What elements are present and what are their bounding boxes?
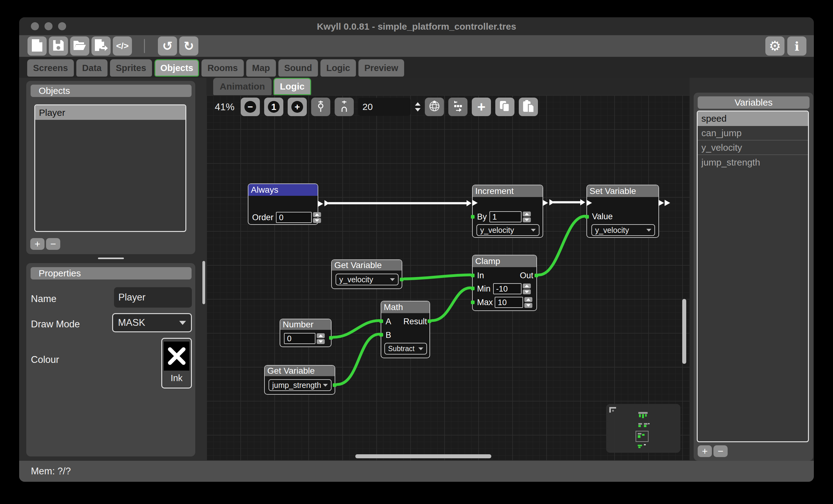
in-port[interactable] [471, 274, 475, 277]
result-port[interactable] [428, 319, 431, 323]
add-variable-button[interactable]: + [698, 445, 712, 457]
name-field[interactable]: Player [114, 287, 192, 308]
object-list-item[interactable]: Player [35, 105, 185, 120]
increment-variable-select[interactable]: y_velocity [476, 224, 540, 236]
zoom-reset-button[interactable]: 1 [264, 98, 283, 116]
order-input[interactable]: 0 [276, 212, 312, 223]
auto-arrange-button[interactable] [448, 98, 468, 116]
node-always-title: Always [248, 184, 318, 196]
duplicate-button[interactable] [495, 98, 515, 116]
number-input[interactable]: 0 [284, 333, 315, 344]
math-operation-select[interactable]: Subtract [384, 343, 427, 355]
tab-rooms[interactable]: Rooms [201, 59, 243, 77]
add-object-button[interactable]: + [30, 238, 45, 250]
zoom-level: 41% [215, 101, 235, 113]
zoom-out-button[interactable]: − [241, 98, 260, 116]
variable-list-item[interactable]: speed [698, 111, 808, 126]
min-input[interactable]: -10 [493, 283, 522, 294]
tab-map[interactable]: Map [246, 59, 276, 77]
code-editor-button[interactable]: </> [113, 36, 132, 56]
a-port[interactable] [379, 319, 383, 323]
tab-sprites[interactable]: Sprites [110, 59, 152, 77]
node-increment[interactable]: Increment By 1 y_velocity [472, 185, 543, 238]
export-button[interactable] [92, 36, 111, 56]
save-button[interactable] [49, 36, 68, 56]
draw-mode-select[interactable]: MASK [112, 313, 192, 332]
get-variable-1-select[interactable]: y_velocity [336, 274, 399, 285]
variable-list-item[interactable]: jump_strength [698, 155, 808, 170]
node-get-variable-2-title: Get Variable [265, 366, 335, 376]
exec-in-port[interactable] [587, 200, 592, 206]
variable-list-item[interactable]: can_jump [698, 126, 808, 141]
minimap[interactable] [606, 404, 681, 453]
snap-grid-button[interactable] [311, 98, 330, 116]
remove-object-button[interactable]: − [46, 238, 60, 250]
tab-objects[interactable]: Objects [154, 59, 199, 77]
grid-3d-icon [428, 100, 441, 114]
node-set-variable[interactable]: Set Variable Value y_velocity [587, 185, 659, 238]
open-file-button[interactable] [70, 36, 89, 56]
tab-screens[interactable]: Screens [27, 59, 74, 77]
by-input[interactable]: 1 [490, 211, 522, 222]
node-clamp[interactable]: Clamp In Out Min -10 Max [472, 255, 537, 311]
subtab-animation[interactable]: Animation [213, 78, 271, 95]
by-label: By [477, 212, 487, 222]
grid-size-input[interactable]: 20 [358, 98, 411, 116]
tab-preview[interactable]: Preview [358, 59, 404, 77]
zoom-in-button[interactable]: + [288, 98, 307, 116]
value-output-port[interactable] [333, 383, 336, 387]
paste-icon [522, 99, 534, 114]
b-port[interactable] [379, 333, 383, 336]
grid-size-stepper[interactable] [415, 102, 421, 111]
objects-panel: Objects Player + − [26, 81, 195, 254]
set-variable-select[interactable]: y_velocity [591, 224, 655, 236]
min-port[interactable] [471, 286, 475, 290]
tab-logic[interactable]: Logic [320, 59, 356, 77]
vertical-scrollbar[interactable] [682, 299, 686, 364]
colour-swatch[interactable]: Ink [161, 338, 192, 388]
node-get-variable-1[interactable]: Get Variable y_velocity [331, 259, 402, 289]
node-math[interactable]: Math A Result B Subtract [381, 301, 430, 358]
value-output-port[interactable] [329, 336, 333, 340]
remove-variable-button[interactable]: − [713, 445, 728, 457]
out-port[interactable] [534, 274, 538, 277]
grid-size-value: 20 [362, 102, 373, 112]
horizontal-scrollbar[interactable] [355, 454, 491, 458]
new-file-button[interactable] [27, 36, 47, 56]
node-get-variable-2[interactable]: Get Variable jump_strength [264, 365, 335, 395]
add-node-button[interactable]: + [472, 98, 491, 116]
app-window: Kwyll 0.0.81 - simple_platform_controlle… [19, 17, 814, 482]
left-splitter-handle[interactable] [203, 261, 205, 304]
variables-panel-header: Variables [698, 96, 810, 109]
snap-node-button[interactable] [335, 98, 354, 116]
grid-3d-button[interactable] [425, 98, 444, 116]
math-operation-value: Subtract [388, 345, 415, 353]
info-button[interactable]: i [787, 36, 806, 56]
by-input-port[interactable] [471, 215, 475, 219]
node-always[interactable]: Always Order 0 [248, 183, 318, 225]
min-stepper[interactable] [523, 283, 531, 294]
tab-data[interactable]: Data [76, 59, 108, 77]
order-label: Order [252, 213, 273, 222]
value-input-port[interactable] [585, 215, 589, 219]
settings-button[interactable]: ⚙ [765, 36, 785, 56]
redo-button[interactable]: ↻ [179, 36, 198, 56]
tab-sound[interactable]: Sound [278, 59, 318, 77]
value-output-port[interactable] [400, 278, 404, 281]
number-stepper[interactable] [317, 333, 325, 344]
max-port[interactable] [471, 301, 475, 304]
order-stepper[interactable] [313, 212, 321, 223]
paste-button[interactable] [519, 98, 538, 116]
max-stepper[interactable] [524, 297, 532, 308]
get-variable-2-select[interactable]: jump_strength [268, 379, 332, 391]
panel-resize-grip[interactable] [98, 257, 124, 259]
variable-list-item[interactable]: y_velocity [698, 141, 808, 155]
node-graph-grid[interactable]: 41% − 1 + 20 [207, 95, 690, 460]
node-number[interactable]: Number 0 [280, 319, 332, 347]
subtab-logic[interactable]: Logic [273, 78, 311, 95]
copy-icon [499, 100, 511, 114]
max-input[interactable]: 10 [495, 297, 523, 308]
by-stepper[interactable] [523, 211, 531, 222]
undo-button[interactable]: ↺ [158, 36, 177, 56]
exec-in-port[interactable] [472, 200, 478, 206]
